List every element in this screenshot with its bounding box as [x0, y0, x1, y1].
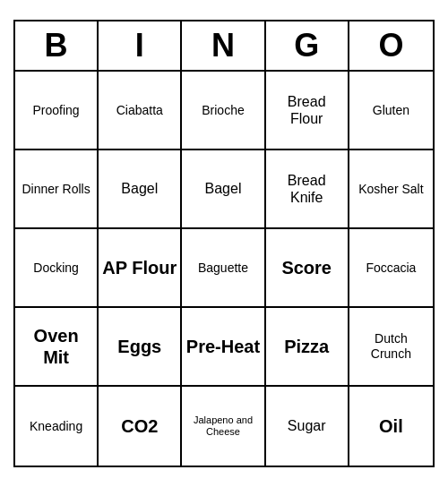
bingo-cell-11: AP Flour: [99, 229, 182, 308]
bingo-cell-24: Oil: [349, 387, 433, 466]
bingo-cell-3: Bread Flour: [266, 72, 349, 150]
bingo-card: B I N G O ProofingCiabattaBriocheBread F…: [13, 20, 435, 467]
bingo-cell-13: Score: [266, 229, 349, 308]
bingo-grid: ProofingCiabattaBriocheBread FlourGluten…: [15, 72, 433, 466]
header-n: N: [182, 21, 265, 70]
bingo-cell-2: Brioche: [182, 72, 265, 150]
bingo-cell-18: Pizza: [266, 308, 349, 387]
header-g: G: [266, 21, 349, 70]
bingo-cell-5: Dinner Rolls: [15, 150, 99, 229]
bingo-cell-20: Kneading: [15, 387, 99, 466]
header-i: I: [99, 21, 182, 70]
bingo-cell-4: Gluten: [349, 72, 433, 150]
bingo-cell-16: Eggs: [99, 308, 182, 387]
bingo-cell-14: Foccacia: [349, 229, 433, 308]
bingo-cell-1: Ciabatta: [99, 72, 182, 150]
bingo-cell-19: Dutch Crunch: [349, 308, 433, 387]
bingo-cell-12: Baguette: [182, 229, 265, 308]
bingo-header: B I N G O: [15, 21, 433, 72]
header-b: B: [15, 21, 99, 70]
bingo-cell-10: Docking: [15, 229, 99, 308]
bingo-cell-6: Bagel: [99, 150, 182, 229]
bingo-cell-8: Bread Knife: [266, 150, 349, 229]
bingo-cell-23: Sugar: [266, 387, 349, 466]
bingo-cell-15: Oven Mit: [15, 308, 99, 387]
bingo-cell-0: Proofing: [15, 72, 99, 150]
header-o: O: [349, 21, 433, 70]
bingo-cell-17: Pre-Heat: [182, 308, 265, 387]
bingo-cell-21: CO2: [99, 387, 182, 466]
bingo-cell-7: Bagel: [182, 150, 265, 229]
bingo-cell-9: Kosher Salt: [349, 150, 433, 229]
bingo-cell-22: Jalapeno and Cheese: [182, 387, 265, 466]
